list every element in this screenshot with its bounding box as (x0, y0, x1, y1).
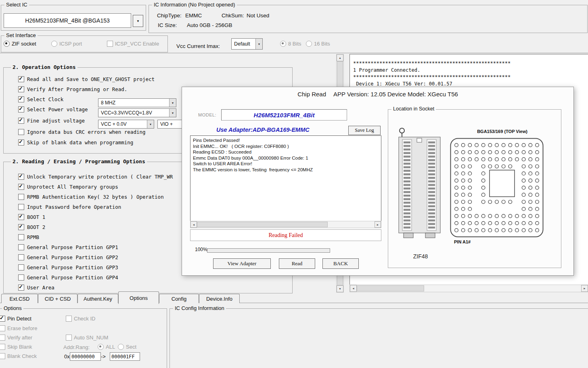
checkbox[interactable] (18, 285, 24, 291)
scroll-left-button[interactable]: ◄ (350, 285, 357, 292)
zif-socket-option: ZIF socket (4, 41, 36, 47)
verify-after-option: Verify after (0, 335, 32, 341)
scroll-down-button[interactable]: ▼ (337, 285, 343, 292)
tab-options[interactable]: Options (118, 291, 159, 304)
save-log-button[interactable]: Save Log (348, 126, 381, 135)
dialog-subtitle: APP Version: 12.05 Device Model: XGecu T… (333, 91, 458, 98)
checkbox[interactable] (18, 184, 24, 190)
bits16-label: 16 Bits (314, 41, 330, 47)
checkbox[interactable] (18, 76, 24, 82)
option-row: RPMB Authentication Key( 32 bytes ) Oper… (18, 194, 164, 200)
addr-from-value: 00000000 (71, 354, 95, 360)
log-horizontal-scrollbar[interactable]: ◄ ► (349, 285, 588, 292)
option-row: Verify After Programming or Read. (18, 86, 127, 92)
ic-combobox[interactable]: H26M52103FMR_4Bit @BGA153 (4, 13, 131, 28)
clock-select-value: 8 MHZ (98, 100, 169, 106)
auto-sn-checkbox[interactable] (66, 335, 72, 341)
checkbox[interactable] (18, 244, 24, 250)
tab-ext-csd[interactable]: Ext.CSD (1, 294, 38, 303)
skip-blank-checkbox[interactable] (0, 344, 5, 350)
checkbox[interactable] (18, 139, 24, 146)
bits16-radio[interactable] (306, 41, 312, 47)
checkbox[interactable] (18, 274, 24, 281)
tab-config[interactable]: Config (159, 294, 199, 303)
option-label: RPMB Authentication Key( 32 bytes ) Oper… (27, 194, 164, 200)
verify-after-checkbox[interactable] (0, 335, 5, 341)
scroll-left-button[interactable]: ◄ (190, 221, 197, 228)
option-row: General Purpose Partition GPP1 (18, 244, 118, 250)
tab-authent-key[interactable]: Authent.Key (77, 294, 118, 303)
status-text: Reading Failed (268, 232, 303, 239)
ic-combobox-arrow-button[interactable]: ▼ (133, 15, 143, 27)
icsp-port-label: ICSP port (59, 41, 82, 47)
scroll-right-button[interactable]: ► (581, 285, 588, 292)
addr-from-input[interactable]: 00000000 (70, 352, 101, 361)
checkbox[interactable] (18, 224, 24, 230)
check-id-checkbox[interactable] (66, 316, 72, 322)
vcc-imax-label: Vcc Current Imax: (176, 43, 220, 49)
tab-device-info[interactable]: Device.Info (199, 294, 240, 303)
addr-all-radio[interactable] (98, 344, 104, 350)
scroll-right-icon: ► (377, 223, 379, 226)
option-label: BOOT 1 (27, 214, 45, 220)
blank-check-checkbox[interactable] (0, 353, 5, 359)
addr-to-value: 000001FF (111, 354, 135, 360)
bits8-radio[interactable] (280, 41, 286, 47)
addr-all-label: ALL (106, 344, 115, 350)
addr-sect-radio[interactable] (118, 344, 124, 350)
checkbox[interactable] (18, 106, 24, 112)
pin-a1-label: PIN A1# (454, 239, 471, 244)
vcc-imax-select[interactable]: Default ▼ (231, 38, 263, 50)
dialog-log-panel[interactable]: Pins Detected Passed! Init EMMC... OK! (… (190, 135, 381, 221)
chevron-down-icon[interactable]: ▼ (169, 99, 176, 107)
checkbox[interactable] (18, 129, 24, 135)
checkbox[interactable] (18, 204, 24, 210)
vcc-adjust-select[interactable]: VCC + 0.0V ▼ (98, 120, 154, 129)
chevron-down-icon[interactable]: ▼ (255, 39, 262, 49)
option-label: General Purpose Partition GPP3 (27, 264, 118, 270)
view-adapter-button[interactable]: View Adapter (213, 258, 271, 269)
scroll-right-button[interactable]: ► (375, 221, 381, 228)
power-voltage-select[interactable]: VCC=3.3V/VCCQ=1.8V ▼ (98, 108, 176, 117)
log-scroll-thumb[interactable] (357, 285, 424, 291)
icsp-vcc-checkbox[interactable] (107, 41, 113, 47)
dialog-log-text: Pins Detected Passed! Init EMMC... OK! (… (190, 136, 381, 174)
set-interface-group: Set Interface ZIF socket ICSP port ICSP_… (1, 35, 168, 52)
scroll-up-button[interactable]: ▲ (337, 54, 343, 61)
checkbox[interactable] (18, 118, 24, 124)
pin-detect-option: Pin Detect (0, 316, 31, 322)
zif-socket-radio[interactable] (4, 41, 10, 47)
dialog-title: Chip Read (297, 91, 326, 98)
adapter-text: Use Adapter:ADP-BGA169-EMMC (216, 127, 310, 133)
icsp-port-radio[interactable] (51, 41, 57, 47)
chksum-label: ChkSum: (222, 12, 244, 19)
checkbox[interactable] (18, 194, 24, 200)
option-row: General Purpose Partition GPP4 (18, 274, 118, 281)
chevron-down-icon[interactable]: ▼ (169, 109, 176, 117)
checkbox[interactable] (18, 264, 24, 270)
checkbox[interactable] (18, 214, 24, 220)
check-id-label: Check ID (74, 316, 95, 322)
progress-fill (207, 249, 330, 252)
read-button[interactable]: Read (279, 258, 315, 269)
clock-select[interactable]: 8 MHZ ▼ (98, 98, 176, 107)
erase-before-checkbox[interactable] (0, 325, 5, 331)
back-button[interactable]: BACK (322, 258, 359, 269)
dialog-title-row: Chip Read APP Version: 12.05 Device Mode… (182, 91, 573, 98)
dialog-scroll-thumb[interactable] (197, 222, 328, 227)
tab-cid-csd[interactable]: CID + CSD (38, 294, 77, 303)
checkbox[interactable] (18, 86, 24, 92)
back-label: BACK (333, 260, 348, 267)
checkbox[interactable] (18, 174, 24, 180)
chevron-down-icon[interactable]: ▼ (147, 120, 154, 128)
option-label: BOOT 2 (27, 224, 45, 230)
pin-detect-checkbox[interactable] (0, 316, 5, 322)
zif48-label: ZIF48 (398, 253, 443, 260)
checkbox[interactable] (18, 96, 24, 102)
checkbox[interactable] (18, 254, 24, 260)
option-row: BOOT 1 (18, 214, 45, 220)
chiptype-label: ChipType: (157, 12, 182, 19)
dialog-horizontal-scrollbar[interactable]: ◄ ► (190, 221, 381, 228)
checkbox[interactable] (18, 234, 24, 240)
addr-to-input[interactable]: 000001FF (110, 352, 140, 361)
